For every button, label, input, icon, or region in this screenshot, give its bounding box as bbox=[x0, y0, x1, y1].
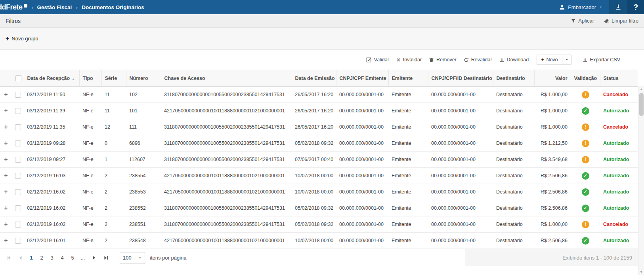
cell-validacao: ✓ bbox=[571, 200, 600, 216]
column-header-tipo[interactable]: Tipo bbox=[79, 70, 101, 87]
revalidate-button[interactable]: Revalidar bbox=[464, 57, 492, 63]
cell-chave-acesso: 3118070000000000010055002000238550142941… bbox=[161, 152, 292, 168]
page-button[interactable]: 3 bbox=[47, 252, 57, 264]
row-expand-button[interactable]: + bbox=[4, 237, 8, 244]
column-header-validacao[interactable]: Validação bbox=[571, 70, 600, 87]
filter-builder-area: + Novo grupo bbox=[0, 28, 644, 50]
plus-icon: + bbox=[6, 36, 9, 42]
table-row[interactable]: + 02/12/2019 16:02 NF-e 2 238552 3118070… bbox=[0, 200, 638, 216]
table-row[interactable]: + 02/12/2019 16:03 NF-e 2 238554 4217050… bbox=[0, 168, 638, 184]
table-row[interactable]: + 03/12/2019 11:39 NF-e 11 101 421705000… bbox=[0, 103, 638, 119]
breadcrumb-gestao-fiscal[interactable]: Gestão Fiscal bbox=[37, 4, 72, 10]
page-button[interactable]: 4 bbox=[57, 252, 67, 264]
expand-cell: + bbox=[0, 119, 12, 135]
row-checkbox[interactable] bbox=[15, 238, 21, 244]
row-checkbox[interactable] bbox=[15, 189, 21, 195]
column-header-cnpj-emitente[interactable]: CNPJ/CPF Emitente bbox=[336, 70, 388, 87]
cell-chave-acesso: 4217050000000000010011888000000102100000… bbox=[161, 184, 292, 200]
column-header-data-recepcao[interactable]: Data de Recepção↓ bbox=[24, 70, 79, 87]
last-page-button[interactable] bbox=[100, 252, 112, 264]
refresh-icon bbox=[464, 57, 469, 63]
cell-emitente: Emitente bbox=[388, 87, 428, 103]
row-checkbox[interactable] bbox=[15, 157, 21, 163]
topbar-download-button[interactable] bbox=[609, 0, 627, 14]
page-button[interactable]: ... bbox=[78, 252, 88, 264]
cell-status: Autorizado bbox=[600, 200, 638, 216]
next-page-button[interactable] bbox=[88, 252, 100, 264]
row-checkbox[interactable] bbox=[15, 222, 21, 228]
cell-status: Autorizado bbox=[600, 135, 638, 152]
page-button[interactable]: 5 bbox=[67, 252, 78, 264]
column-header-destinatario[interactable]: Destinatário bbox=[493, 70, 534, 87]
clear-filter-label: Limpar filtro bbox=[612, 18, 638, 24]
row-expand-button[interactable]: + bbox=[4, 107, 8, 114]
row-expand-button[interactable]: + bbox=[4, 91, 8, 98]
page-button[interactable]: 2 bbox=[36, 252, 47, 264]
cell-validacao: ! bbox=[571, 87, 600, 103]
column-header-status[interactable]: Status bbox=[600, 70, 638, 87]
row-checkbox[interactable] bbox=[15, 108, 21, 114]
scrollbar-thumb[interactable] bbox=[639, 93, 644, 116]
row-expand-button[interactable]: + bbox=[4, 140, 8, 146]
new-dropdown-toggle[interactable] bbox=[562, 55, 571, 64]
table-row[interactable]: + 03/12/2019 09:27 NF-e 1 112607 3118070… bbox=[0, 152, 638, 168]
column-header-numero[interactable]: Número bbox=[126, 70, 161, 87]
remove-button[interactable]: Remover bbox=[429, 57, 457, 63]
cell-data-emissao: 05/02/2018 09:32 bbox=[292, 135, 336, 152]
row-checkbox[interactable] bbox=[15, 92, 21, 98]
table-row[interactable]: + 03/12/2019 11:50 NF-e 11 102 311807000… bbox=[0, 87, 638, 103]
row-expand-button[interactable]: + bbox=[4, 156, 8, 163]
row-expand-button[interactable]: + bbox=[4, 205, 8, 211]
column-header-emitente[interactable]: Emitente bbox=[388, 70, 428, 87]
chevron-down-icon bbox=[599, 5, 603, 9]
select-all-checkbox[interactable] bbox=[15, 75, 21, 81]
breadcrumb-documentos-originarios[interactable]: Documentos Originários bbox=[82, 4, 144, 10]
scroll-down-arrow[interactable]: ▼ bbox=[638, 269, 644, 275]
cell-tipo: NF-e bbox=[79, 87, 101, 103]
export-csv-button[interactable]: Exportar CSV bbox=[583, 57, 620, 63]
row-checkbox[interactable] bbox=[15, 140, 21, 146]
vertical-scrollbar[interactable]: ▲ ▼ bbox=[638, 86, 644, 275]
new-button[interactable]: + Novo bbox=[537, 55, 562, 64]
column-header-valor[interactable]: Valor bbox=[534, 70, 571, 87]
validation-icon: ✓ bbox=[582, 237, 589, 245]
download-button[interactable]: Download bbox=[499, 57, 529, 63]
cell-destinatario: Destinatário bbox=[493, 184, 534, 200]
help-button[interactable]: ? bbox=[627, 0, 644, 14]
page-button[interactable]: 1 bbox=[26, 252, 36, 264]
column-header-cnpj-destinatario[interactable]: CNPJ/CPF/ID Destinatário bbox=[428, 70, 493, 87]
validate-button[interactable]: Validar bbox=[366, 57, 389, 63]
column-header-label: Data de Recepção bbox=[27, 76, 70, 81]
previous-page-button[interactable] bbox=[14, 252, 26, 264]
checkbox-cell bbox=[12, 135, 24, 152]
table-row[interactable]: + 02/12/2019 16:02 NF-e 2 238551 3118070… bbox=[0, 216, 638, 233]
column-header-serie[interactable]: Série bbox=[101, 70, 126, 87]
apply-filter-button[interactable]: Aplicar bbox=[571, 18, 594, 24]
row-expand-button[interactable]: + bbox=[4, 221, 8, 228]
row-checkbox[interactable] bbox=[15, 173, 21, 179]
cell-serie: 11 bbox=[101, 87, 126, 103]
table-row[interactable]: + 02/12/2019 16:02 NF-e 2 238553 4217050… bbox=[0, 184, 638, 200]
table-row[interactable]: + 03/12/2019 11:35 NF-e 12 111 311807000… bbox=[0, 119, 638, 135]
row-expand-button[interactable]: + bbox=[4, 172, 8, 179]
new-group-button[interactable]: + Novo grupo bbox=[6, 36, 38, 42]
column-header-emissao[interactable]: Data de Emissão bbox=[292, 70, 336, 87]
new-button-label: Novo bbox=[546, 57, 558, 63]
row-checkbox[interactable] bbox=[15, 124, 21, 130]
column-header-chave[interactable]: Chave de Acesso bbox=[161, 70, 292, 87]
first-page-button[interactable] bbox=[2, 252, 14, 264]
cell-data-recepcao: 02/12/2019 16:02 bbox=[24, 216, 79, 233]
clear-filter-button[interactable]: Limpar filtro bbox=[604, 18, 638, 24]
scroll-up-arrow[interactable]: ▲ bbox=[638, 86, 644, 92]
row-expand-button[interactable]: + bbox=[4, 123, 8, 130]
table-row[interactable]: + 02/12/2019 16:01 NF-e 2 238548 4217050… bbox=[0, 233, 638, 249]
filters-actions: Aplicar Limpar filtro bbox=[571, 18, 638, 24]
cell-cnpj-destinatario: 00.000.000/0001-00 bbox=[428, 87, 493, 103]
table-row[interactable]: + 03/12/2019 09:28 NF-e 0 6896 311807000… bbox=[0, 135, 638, 152]
page-size-select[interactable]: 100 bbox=[120, 252, 145, 264]
row-checkbox[interactable] bbox=[15, 205, 21, 211]
invalidate-button[interactable]: Invalidar bbox=[396, 57, 422, 63]
row-expand-button[interactable]: + bbox=[4, 188, 8, 195]
funnel-icon bbox=[571, 18, 576, 23]
user-menu[interactable]: Embarcador bbox=[553, 0, 609, 14]
